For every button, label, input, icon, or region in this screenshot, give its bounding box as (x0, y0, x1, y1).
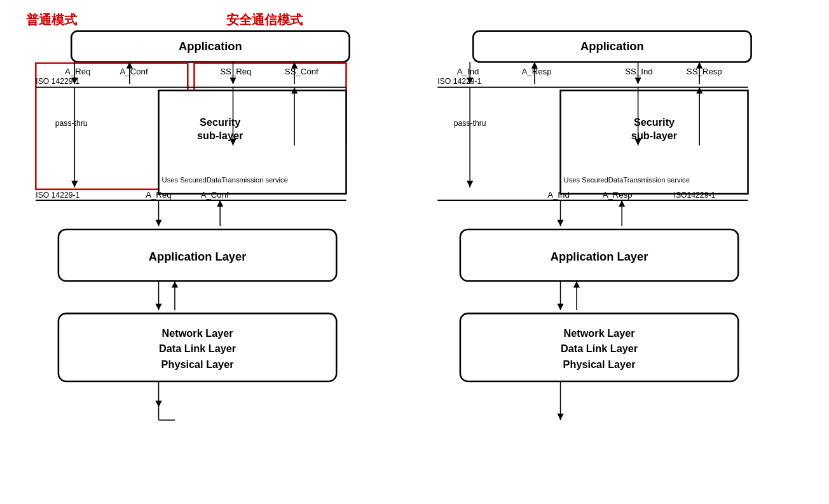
right-app-top: Application (580, 39, 644, 53)
ss-resp-label: SS_Resp (687, 67, 722, 76)
svg-marker-29 (172, 281, 178, 287)
a-req-label-1: A_Req (65, 67, 90, 76)
data-link-label-right: Data Link Layer (561, 343, 638, 354)
security-sublayer-label-left2: sub-layer (197, 130, 243, 141)
svg-marker-55 (557, 220, 563, 226)
app-layer-label-left: Application Layer (149, 250, 247, 263)
data-link-label-left: Data Link Layer (159, 343, 236, 354)
physical-label-right: Physical Layer (563, 358, 636, 370)
svg-marker-8 (230, 78, 236, 84)
security-sublayer-label-right: Security (634, 116, 675, 128)
svg-marker-62 (573, 281, 580, 287)
a-resp-label-2: A_Resp (603, 190, 633, 200)
physical-label-left: Physical Layer (161, 358, 235, 370)
iso-label-left-2: ISO 14229-1 (36, 191, 79, 200)
mode-label-left: 普通模式 (26, 12, 78, 27)
ss-ind-label: SS_Ind (625, 67, 652, 76)
svg-marker-26 (155, 304, 161, 310)
svg-marker-44 (696, 62, 702, 68)
svg-marker-21 (155, 220, 161, 226)
svg-marker-57 (619, 200, 625, 207)
diagram-container: 普通模式 安全通信模式 Application A_Req A_Conf SS_… (0, 0, 829, 504)
svg-marker-40 (531, 62, 538, 68)
svg-marker-14 (71, 181, 78, 187)
svg-marker-48 (467, 181, 473, 187)
svg-marker-60 (557, 304, 563, 310)
left-app-top: Application (179, 39, 242, 53)
uses-service-label-right: Uses SecuredDataTransmission service (564, 176, 690, 184)
pass-thru-label-left: pass-thru (55, 119, 88, 128)
uses-service-label-left: Uses SecuredDataTransmission service (162, 176, 288, 184)
a-ind-label-2: A_Ind (547, 190, 570, 200)
a-conf-label-1: A_Conf (120, 67, 148, 76)
svg-marker-65 (557, 414, 563, 420)
right-svg: Application A_Ind A_Resp SS_Ind SS_Resp … (415, 6, 816, 498)
mode-label-right-text: 安全通信模式 (226, 13, 303, 27)
security-sublayer-label-left: Security (200, 116, 240, 128)
iso-label-right-2: ISO14229-1 (674, 191, 716, 200)
left-diagram: 普通模式 安全通信模式 Application A_Req A_Conf SS_… (13, 6, 415, 498)
app-layer-label-right: Application Layer (551, 250, 648, 263)
iso-label-right-1: ISO 14229-1 (437, 77, 481, 86)
svg-marker-42 (635, 78, 641, 84)
svg-marker-23 (217, 200, 223, 207)
ss-conf-label: SS_Conf (285, 67, 319, 76)
svg-marker-32 (155, 400, 161, 407)
left-svg: 普通模式 安全通信模式 Application A_Req A_Conf SS_… (13, 6, 415, 498)
network-layer-label-right: Network Layer (564, 327, 636, 339)
a-conf-label-2: A_Conf (201, 190, 229, 200)
right-diagram: Application A_Ind A_Resp SS_Ind SS_Resp … (415, 6, 816, 498)
network-layer-label-left: Network Layer (162, 327, 234, 339)
iso-label-left-1: ISO 14229-1 (36, 77, 79, 86)
ss-req-label: SS_Req (220, 67, 251, 76)
a-req-label-2: A_Req (146, 190, 171, 200)
a-ind-label-1: A_Ind (457, 67, 479, 76)
